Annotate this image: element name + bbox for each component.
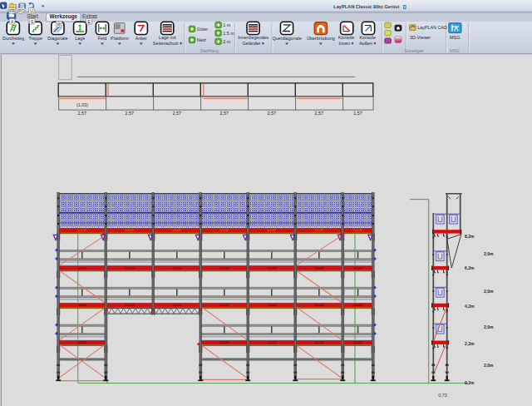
svg-text:Außen ▾: Außen ▾ [359, 41, 376, 46]
svg-text:5x5a3K: 5x5a3K [219, 229, 229, 232]
svg-text:MSG: MSG [450, 35, 460, 40]
svg-text:5x5a3K: 5x5a3K [267, 267, 277, 270]
svg-text:5x5a3K: 5x5a3K [353, 341, 363, 344]
svg-text:0,73: 0,73 [438, 393, 447, 398]
svg-text:0,2m: 0,2m [465, 380, 475, 385]
svg-text:5x5a3K: 5x5a3K [353, 229, 363, 232]
svg-text:1,57: 1,57 [353, 111, 362, 116]
svg-text:5x5a3K: 5x5a3K [77, 341, 87, 344]
svg-text:8,2m: 8,2m [465, 234, 475, 239]
svg-text:1.5 m: 1.5 m [223, 31, 234, 36]
svg-text:Durchstieg: Durchstieg [2, 36, 24, 41]
svg-text:Extras: Extras [82, 13, 97, 19]
svg-text:5x5a3K: 5x5a3K [125, 304, 135, 307]
svg-text:Lage mit: Lage mit [159, 35, 176, 40]
svg-text:2,0m: 2,0m [484, 363, 494, 368]
svg-text:2,57: 2,57 [315, 111, 324, 116]
svg-text:4,2m: 4,2m [465, 304, 475, 309]
svg-text:Gitter: Gitter [197, 27, 208, 32]
svg-text:LayPLAN CAD: LayPLAN CAD [417, 25, 447, 30]
svg-text:U: U [30, 9, 33, 13]
svg-text:Innen ▾: Innen ▾ [339, 41, 354, 46]
svg-text:5x5a3K: 5x5a3K [77, 229, 87, 232]
svg-text:2,2m: 2,2m [465, 341, 475, 346]
svg-text:5x5a3K: 5x5a3K [267, 304, 277, 307]
svg-text:LayPLAN Classic Blitz Gerüst: LayPLAN Classic Blitz Gerüst [] [333, 4, 406, 9]
svg-text:5x5a3K: 5x5a3K [219, 267, 229, 270]
svg-text:2,0m: 2,0m [484, 324, 494, 329]
svg-text:6,2m: 6,2m [465, 265, 475, 270]
svg-text:(1,03): (1,03) [76, 102, 88, 107]
svg-text:5x5a3K: 5x5a3K [314, 229, 324, 232]
svg-text:W: W [57, 22, 62, 27]
svg-text:Lage: Lage [75, 36, 85, 41]
svg-text:2,57: 2,57 [126, 111, 135, 116]
svg-text:Start: Start [27, 13, 38, 19]
svg-text:3D-Viewer: 3D-Viewer [410, 35, 431, 40]
svg-text:5x5a3K: 5x5a3K [77, 267, 87, 270]
svg-text:5x5a3K: 5x5a3K [314, 304, 324, 307]
svg-text:Treppe: Treppe [28, 36, 42, 41]
svg-text:Überbrückung: Überbrückung [307, 36, 335, 41]
svg-text:2,57: 2,57 [77, 111, 86, 116]
svg-text:1 m: 1 m [223, 22, 230, 27]
svg-text:2,57: 2,57 [268, 111, 277, 116]
svg-text:5x5a3K: 5x5a3K [314, 341, 324, 344]
svg-text:Seitenschutz ▾: Seitenschutz ▾ [153, 41, 182, 46]
svg-text:Netz: Netz [197, 37, 206, 42]
svg-text:MSG: MSG [450, 48, 460, 53]
svg-text:Dachfang: Dachfang [200, 48, 219, 53]
svg-text:2,57: 2,57 [173, 111, 182, 116]
svg-text:Diagonale: Diagonale [47, 36, 67, 41]
svg-text:2,57: 2,57 [220, 111, 229, 116]
svg-text:Geländer ▾: Geländer ▾ [242, 41, 264, 46]
svg-text:PO: PO [18, 9, 24, 13]
svg-text:5x5a3K: 5x5a3K [219, 304, 229, 307]
svg-text:Werkzeuge: Werkzeuge [49, 13, 77, 20]
svg-text:Anker: Anker [135, 36, 147, 41]
svg-text:5x5a3K: 5x5a3K [172, 304, 182, 307]
svg-text:2,0m: 2,0m [484, 289, 494, 294]
svg-text:PR: PR [9, 9, 15, 13]
svg-text:2,0m: 2,0m [484, 251, 494, 256]
svg-text:Konsole: Konsole [338, 35, 354, 40]
svg-text:5x5a3K: 5x5a3K [314, 267, 324, 270]
svg-text:2 m: 2 m [223, 39, 230, 44]
svg-text:5x5a3K: 5x5a3K [353, 267, 363, 270]
svg-text:Feld: Feld [98, 36, 107, 41]
svg-text:5x5a3K: 5x5a3K [125, 229, 135, 232]
svg-text:Querdiagonale: Querdiagonale [272, 36, 301, 41]
svg-text:5x5a3K: 5x5a3K [353, 304, 363, 307]
svg-text:Sonstiges: Sonstiges [405, 48, 424, 53]
svg-text:5x5a3K: 5x5a3K [219, 341, 229, 344]
svg-text:Plattform: Plattform [111, 36, 129, 41]
svg-text:5x5a3K: 5x5a3K [172, 229, 182, 232]
svg-text:5x5a3K: 5x5a3K [125, 267, 135, 270]
svg-text:5x5a3K: 5x5a3K [172, 267, 182, 270]
svg-text:5x5a3K: 5x5a3K [77, 304, 87, 307]
svg-text:Innenliegendes: Innenliegendes [238, 35, 268, 40]
svg-text:Konsole: Konsole [359, 35, 375, 40]
svg-text:5x5a3K: 5x5a3K [267, 341, 277, 344]
svg-text:5x5a3K: 5x5a3K [267, 229, 277, 232]
